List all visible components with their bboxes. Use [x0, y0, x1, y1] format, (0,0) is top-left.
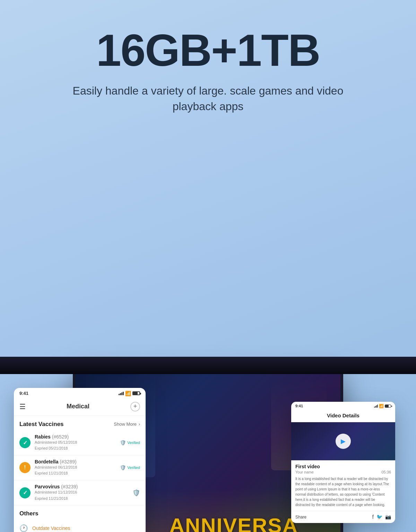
bordetella-info: Bordetella (#3289) Administered 06/12/20… — [35, 459, 116, 477]
rabies-verified: 🛡️ Verified — [120, 440, 140, 445]
bordetella-name: Bordetella (#3289) — [35, 459, 116, 464]
show-more-button[interactable]: Show More › — [113, 422, 140, 427]
video-title: First video — [295, 464, 391, 469]
video-app-card: 9:41 📶 Video Details ▶ — [291, 402, 395, 523]
menu-icon[interactable]: ☰ — [19, 402, 26, 411]
video-timestamp: 05:36 — [381, 470, 391, 474]
shield-icon-bordetella: 🛡️ — [120, 465, 126, 470]
vaccine-item-parvovirus[interactable]: ✓ Parvovirus (#3239) Administered 11/12/… — [14, 480, 146, 505]
video-details-header: Video Details — [291, 410, 395, 422]
video-status-icons: 📶 — [374, 404, 391, 408]
hero-section: 16GB+1TB Easily handle a variety of larg… — [0, 0, 416, 128]
outdate-vaccines-label: Outdate Vaccines — [32, 525, 70, 531]
video-author: Your name — [295, 470, 314, 474]
twitter-share-icon[interactable]: 🐦 — [376, 514, 382, 520]
battery-icon — [132, 391, 140, 395]
share-icons: f 🐦 📷 — [372, 514, 391, 520]
parvovirus-dates: Administered 11/12/2016 Expried 11/21/20… — [35, 489, 128, 502]
medical-title: Medical — [67, 403, 89, 410]
share-label: Share — [295, 515, 306, 520]
instagram-share-icon[interactable]: 📷 — [385, 514, 391, 520]
hero-subtitle: Easily handle a variety of large. scale … — [59, 83, 357, 114]
parvovirus-info: Parvovirus (#3239) Administered 11/12/20… — [35, 484, 128, 502]
tablet-scene: 7 ANNIVERSA IT GAMES, YEAR AFTER 9:41 📶 — [0, 357, 416, 532]
outdate-vaccines-item[interactable]: 🕐 Outdate Vaccines — [19, 521, 140, 532]
vaccine-item-bordetella[interactable]: ! Bordetella (#3289) Administered 06/12/… — [14, 455, 146, 480]
medical-status-bar: 9:41 📶 — [14, 388, 146, 399]
bordetella-dates: Administered 06/12/2018 Expried 11/21/20… — [35, 464, 116, 477]
video-battery-icon — [385, 405, 391, 408]
medical-app-card: 9:41 📶 ☰ Medical + Latest Vacc — [14, 388, 146, 532]
latest-vaccines-title: Latest Vaccines — [19, 421, 64, 428]
video-info: First video Your name 05:36 — [291, 460, 395, 476]
medical-header: ☰ Medical + — [14, 399, 146, 416]
parvovirus-name: Parvovirus (#3239) — [35, 484, 128, 489]
facebook-share-icon[interactable]: f — [372, 514, 374, 520]
rabies-info: Rabies (#6529) Administered 05/12/2018 E… — [35, 434, 116, 452]
hero-title: 16GB+1TB — [21, 28, 395, 73]
wifi-icon: 📶 — [125, 391, 131, 396]
bordetella-alert-icon: ! — [19, 462, 31, 473]
rabies-name: Rabies (#6529) — [35, 434, 116, 440]
play-button[interactable]: ▶ — [336, 434, 351, 449]
rabies-dates: Administered 05/12/2018 Expried 05/21/20… — [35, 440, 116, 452]
bottom-decorative-strip — [0, 357, 416, 374]
video-description: It is a long established fact that a rea… — [291, 476, 395, 511]
parvovirus-check-icon: ✓ — [19, 487, 31, 498]
video-time: 9:41 — [295, 404, 303, 408]
video-wifi-icon: 📶 — [379, 404, 384, 408]
medical-time: 9:41 — [19, 391, 28, 396]
add-button[interactable]: + — [130, 402, 140, 411]
others-title: Others — [19, 510, 140, 517]
vaccine-item-rabies[interactable]: ✓ Rabies (#6529) Administered 05/12/2018… — [14, 431, 146, 455]
shield-icon-rabies: 🛡️ — [120, 440, 126, 445]
bordetella-verified: 🛡️ Verified — [120, 465, 140, 470]
video-thumbnail[interactable]: ▶ — [291, 422, 395, 460]
others-section: Others 🕐 Outdate Vaccines 📄 Original Hea… — [14, 505, 146, 532]
latest-vaccines-header: Latest Vaccines Show More › — [14, 416, 146, 431]
video-meta: Your name 05:36 — [295, 470, 391, 474]
clock-icon: 🕐 — [19, 524, 28, 532]
parvovirus-shield: 🛡️ — [132, 489, 140, 497]
video-status-bar: 9:41 📶 — [291, 402, 395, 410]
signal-icons: 📶 — [119, 391, 140, 396]
video-share-bar: Share f 🐦 📷 — [291, 511, 395, 523]
rabies-check-icon: ✓ — [19, 437, 31, 448]
